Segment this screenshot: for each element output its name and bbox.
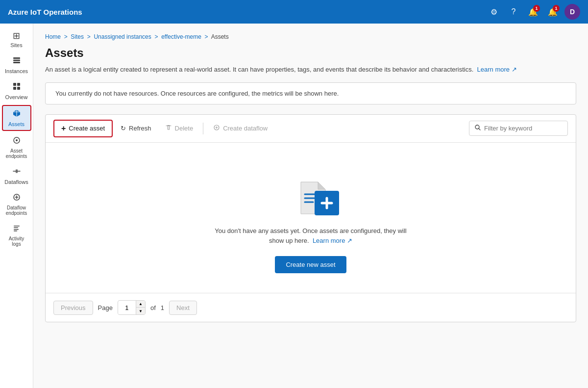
plus-icon: + [61,124,66,133]
sidebar-label-dataflow-endpoints: Dataflow endpoints [4,205,29,216]
svg-rect-5 [13,87,16,90]
refresh-icon: ↻ [121,125,126,132]
sites-icon: ⊞ [13,30,20,41]
filter-input-wrapper[interactable] [469,121,568,136]
sidebar-label-sites: Sites [10,42,22,48]
info-banner: You currently do not have resources. Onc… [45,82,576,104]
page-description: An asset is a logical entity created to … [45,65,576,75]
main-content: Home > Sites > Unassigned instances > ef… [33,24,588,388]
delete-icon [165,124,172,132]
svg-rect-3 [13,83,16,86]
page-number-input[interactable] [118,302,136,314]
sidebar-label-asset-endpoints: Asset endpoints [4,148,29,159]
of-label: of [150,304,156,311]
pagination: Previous Page ▲ ▼ of 1 Next [46,293,576,322]
dataflows-icon [12,167,21,178]
total-pages: 1 [161,304,164,311]
filter-input[interactable] [484,125,563,132]
next-button[interactable]: Next [169,301,197,315]
bell1-badge: 1 [533,5,540,12]
dataflow-endpoints-icon [12,193,21,204]
create-dataflow-icon [213,124,220,132]
breadcrumb: Home > Sites > Unassigned instances > ef… [45,33,576,40]
bell2-badge: 1 [553,5,560,12]
sidebar-item-activity-logs[interactable]: Activity logs [2,221,31,250]
svg-rect-13 [14,231,17,232]
svg-rect-4 [17,83,20,86]
breadcrumb-unassigned-instances[interactable]: Unassigned instances [94,33,151,40]
settings-icon-btn[interactable]: ⚙ [486,4,502,20]
sidebar: ⊞ Sites Instances Ove [0,24,33,388]
sidebar-label-instances: Instances [5,68,28,74]
help-icon-btn[interactable]: ? [506,4,521,20]
page-spinners: ▲ ▼ [136,301,145,314]
sidebar-label-activity-logs: Activity logs [4,236,29,247]
notification-bell-1-btn[interactable]: 🔔 1 [525,4,541,20]
previous-button[interactable]: Previous [53,301,93,315]
sidebar-item-dataflows[interactable]: Dataflows [2,164,31,188]
empty-state-text: You don't have any assets yet. Once asse… [215,226,407,247]
empty-state: You don't have any assets yet. Once asse… [46,143,576,293]
svg-point-8 [16,139,18,141]
topnav-icons: ⚙ ? 🔔 1 🔔 1 D [486,4,580,20]
page-input-wrap[interactable]: ▲ ▼ [118,300,146,315]
breadcrumb-home[interactable]: Home [45,33,61,40]
learn-more-link-top[interactable]: Learn more ↗ [477,66,517,73]
page-spin-up[interactable]: ▲ [136,301,145,308]
main-layout: ⊞ Sites Instances Ove [0,24,588,388]
svg-rect-6 [17,87,20,90]
delete-button[interactable]: Delete [159,121,199,136]
app-title: Azure IoT Operations [8,8,486,16]
create-asset-button[interactable]: + Create asset [53,120,113,137]
top-navigation: Azure IoT Operations ⚙ ? 🔔 1 🔔 1 D [0,0,588,24]
assets-icon [12,109,21,120]
sidebar-item-sites[interactable]: ⊞ Sites [2,27,31,51]
notification-bell-2-btn[interactable]: 🔔 1 [545,4,561,20]
activity-logs-icon [12,224,21,235]
sidebar-item-dataflow-endpoints[interactable]: Dataflow endpoints [2,190,31,219]
learn-more-link-empty[interactable]: Learn more ↗ [313,237,352,244]
overview-icon [12,82,21,93]
page-spin-down[interactable]: ▼ [136,308,145,314]
main-card: + Create asset ↻ Refresh Delete [45,114,576,323]
sidebar-label-assets: Assets [8,121,24,127]
search-icon [474,124,481,132]
instances-icon [12,56,21,67]
toolbar-divider [203,123,203,134]
asset-endpoints-icon [12,136,21,147]
svg-rect-12 [14,229,19,230]
create-new-asset-button[interactable]: Create new asset [275,256,346,273]
svg-rect-2 [13,62,20,63]
sidebar-label-overview: Overview [5,94,28,100]
refresh-button[interactable]: ↻ Refresh [115,121,157,135]
breadcrumb-effective-meme[interactable]: effective-meme [161,33,201,40]
page-label: Page [98,304,113,311]
sidebar-item-instances[interactable]: Instances [2,53,31,77]
page-title: Assets [45,46,576,60]
user-avatar[interactable]: D [564,4,580,20]
empty-state-icon [286,172,335,216]
sidebar-item-assets[interactable]: Assets [2,105,31,131]
sidebar-item-asset-endpoints[interactable]: Asset endpoints [2,133,31,162]
svg-rect-1 [13,60,20,61]
sidebar-item-overview[interactable]: Overview [2,79,31,103]
create-dataflow-button[interactable]: Create dataflow [207,121,273,136]
svg-rect-0 [13,57,20,59]
toolbar: + Create asset ↻ Refresh Delete [46,115,576,143]
svg-rect-11 [14,228,18,229]
svg-rect-10 [14,226,20,227]
breadcrumb-sites[interactable]: Sites [71,33,84,40]
sidebar-label-dataflows: Dataflows [4,179,28,185]
breadcrumb-assets: Assets [211,33,229,40]
